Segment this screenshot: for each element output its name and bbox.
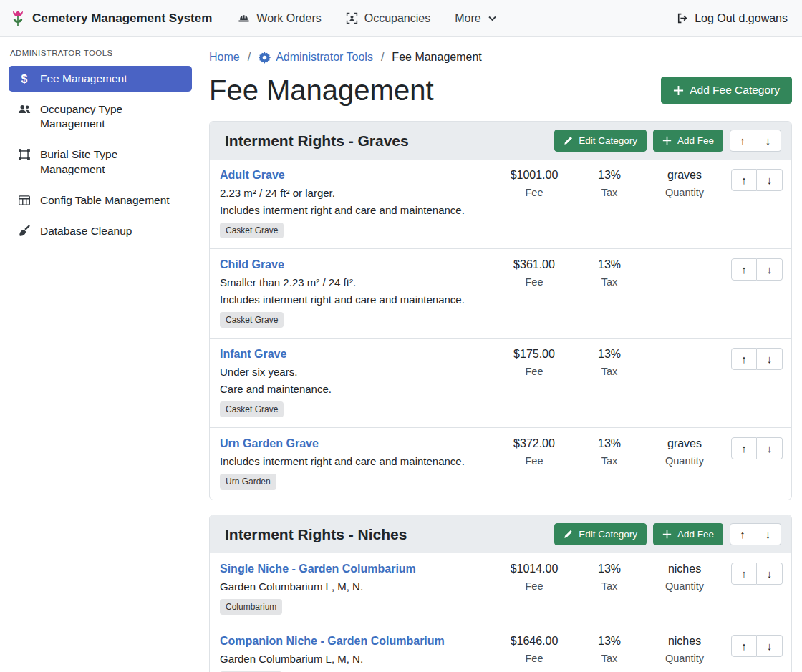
fee-move-group: ↑ ↓ <box>731 258 783 281</box>
fee-tax-column: 13% Tax <box>574 563 645 592</box>
edit-category-button[interactable]: Edit Category <box>554 130 647 152</box>
fee-tax-label: Tax <box>574 653 645 664</box>
move-fee-down-button[interactable]: ↓ <box>757 169 783 191</box>
fee-category-card: Interment Rights - Niches Edit Category … <box>209 515 792 672</box>
add-fee-button[interactable]: Add Fee <box>653 130 723 152</box>
page-header: Fee Management Add Fee Category <box>209 74 792 107</box>
breadcrumb-admin-tools[interactable]: Administrator Tools <box>259 51 373 64</box>
fee-amount-label: Fee <box>495 187 574 198</box>
fee-quantity-column: niches Quantity <box>645 635 724 664</box>
nav-links: Work Orders Occupancies More <box>238 12 496 25</box>
fee-tax-column: 13% Tax <box>574 258 645 288</box>
logout-link[interactable]: Log Out d.gowans <box>676 12 788 25</box>
breadcrumb-separator: / <box>381 51 384 64</box>
sidebar-item[interactable]: Config Table Management <box>9 188 192 213</box>
broom-icon <box>17 225 32 238</box>
breadcrumb: Home / Administrator Tools / Fee Managem… <box>209 51 792 64</box>
arrow-up-icon: ↑ <box>741 442 747 454</box>
move-fee-up-button[interactable]: ↑ <box>731 169 757 191</box>
sidebar: ADMINISTRATOR TOOLS $ Fee Management Occ… <box>0 37 200 672</box>
vector-square-icon <box>17 148 32 161</box>
sidebar-item-label: Occupancy Type Management <box>40 102 183 131</box>
fee-amount: $361.00 <box>495 258 574 271</box>
fee-amount: $175.00 <box>495 348 574 361</box>
move-fee-down-button[interactable]: ↓ <box>757 437 783 459</box>
fee-quantity-column: niches Quantity <box>645 563 724 592</box>
fee-list: Adult Grave 2.23 m² / 24 ft² or larger. … <box>210 160 791 500</box>
move-fee-up-button[interactable]: ↑ <box>731 635 757 657</box>
arrow-up-icon: ↑ <box>740 135 745 147</box>
plus-icon <box>673 85 684 96</box>
fee-move-group: ↑ ↓ <box>731 635 783 657</box>
pencil-icon <box>564 136 573 145</box>
fee-amount: $1646.00 <box>495 635 574 648</box>
arrow-down-icon: ↓ <box>767 174 773 186</box>
nav-work-orders[interactable]: Work Orders <box>238 12 321 25</box>
fee-tax-label: Tax <box>574 187 645 198</box>
fee-tax-column: 13% Tax <box>574 348 645 377</box>
fee-name-link[interactable]: Child Grave <box>220 258 284 271</box>
fee-quantity-column: graves Quantity <box>645 437 724 467</box>
fee-quantity-label: Quantity <box>645 580 724 592</box>
fee-tax: 13% <box>574 258 645 271</box>
fee-tax: 13% <box>574 169 645 182</box>
fee-amount-column: $361.00 Fee <box>495 258 574 288</box>
fee-type-badge: Urn Garden <box>220 474 276 490</box>
tulip-logo-icon <box>10 9 26 28</box>
fee-name-link[interactable]: Single Niche - Garden Columbarium <box>220 563 416 575</box>
fee-amount-column: $372.00 Fee <box>495 437 574 467</box>
hardhat-icon <box>238 12 250 24</box>
category-title: Interment Rights - Graves <box>225 132 409 150</box>
add-fee-button[interactable]: Add Fee <box>653 523 723 545</box>
sidebar-item[interactable]: Database Cleanup <box>9 218 192 244</box>
fee-tax: 13% <box>574 563 645 575</box>
move-category-down-button[interactable]: ↓ <box>755 130 781 152</box>
sidebar-item-label: Fee Management <box>40 72 127 86</box>
move-fee-up-button[interactable]: ↑ <box>731 437 757 459</box>
chevron-down-icon <box>488 14 497 23</box>
fee-row: Companion Niche - Garden Columbarium Gar… <box>210 625 791 672</box>
arrow-up-icon: ↑ <box>741 568 747 580</box>
fee-tax-column: 13% Tax <box>574 635 645 664</box>
fee-type-badge: Casket Grave <box>220 312 284 328</box>
fee-amount-label: Fee <box>495 580 574 592</box>
sidebar-item[interactable]: Occupancy Type Management <box>9 97 192 137</box>
sidebar-item[interactable]: Burial Site Type Management <box>9 142 192 182</box>
move-fee-down-button[interactable]: ↓ <box>757 348 783 370</box>
move-fee-up-button[interactable]: ↑ <box>731 348 757 370</box>
nav-occupancies[interactable]: Occupancies <box>346 12 431 25</box>
fee-name-link[interactable]: Urn Garden Grave <box>220 437 319 450</box>
edit-category-button[interactable]: Edit Category <box>554 523 647 545</box>
fee-row: Infant Grave Under six years. Care and m… <box>210 338 791 427</box>
move-category-down-button[interactable]: ↓ <box>755 523 781 545</box>
fee-amount: $1014.00 <box>495 563 574 575</box>
fee-description-1: Smaller than 2.23 m² / 24 ft². <box>220 276 488 288</box>
move-category-up-button[interactable]: ↑ <box>730 523 755 545</box>
add-fee-category-button[interactable]: Add Fee Category <box>661 77 792 104</box>
sidebar-item[interactable]: $ Fee Management <box>9 66 192 92</box>
move-fee-up-button[interactable]: ↑ <box>731 258 757 281</box>
fee-type-badge: Casket Grave <box>220 401 284 417</box>
app-brand[interactable]: Cemetery Management System <box>10 9 212 28</box>
arrow-down-icon: ↓ <box>765 135 771 147</box>
fee-name-link[interactable]: Adult Grave <box>220 169 285 182</box>
move-fee-down-button[interactable]: ↓ <box>757 563 783 585</box>
breadcrumb-home[interactable]: Home <box>209 51 240 64</box>
move-fee-down-button[interactable]: ↓ <box>757 258 783 281</box>
fee-categories: Interment Rights - Graves Edit Category … <box>209 121 792 672</box>
sidebar-items: $ Fee Management Occupancy Type Manageme… <box>9 66 192 244</box>
fee-quantity-label: Quantity <box>645 187 724 198</box>
move-category-up-button[interactable]: ↑ <box>730 130 755 152</box>
fee-row: Child Grave Smaller than 2.23 m² / 24 ft… <box>210 248 791 338</box>
fee-quantity: niches <box>645 563 724 575</box>
fee-name-link[interactable]: Companion Niche - Garden Columbarium <box>220 635 445 648</box>
fee-name-link[interactable]: Infant Grave <box>220 348 286 361</box>
fee-description-1: Includes interment right and care and ma… <box>220 455 488 467</box>
move-fee-down-button[interactable]: ↓ <box>757 635 783 657</box>
table-icon <box>17 194 32 207</box>
fee-category-card: Interment Rights - Graves Edit Category … <box>209 121 792 500</box>
nav-more[interactable]: More <box>455 12 496 25</box>
move-fee-up-button[interactable]: ↑ <box>731 563 757 585</box>
arrow-down-icon: ↓ <box>767 442 773 454</box>
app-title: Cemetery Management System <box>32 11 212 26</box>
